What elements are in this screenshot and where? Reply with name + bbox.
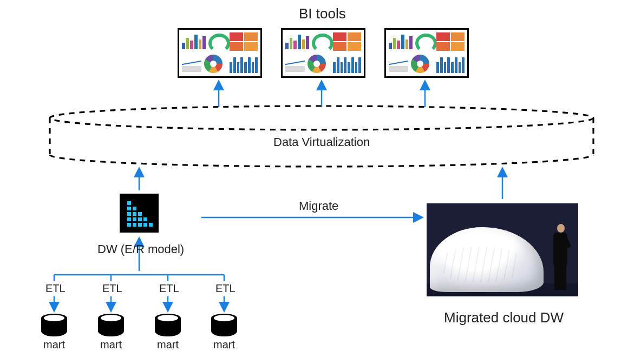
mart-label-2: mart [95, 339, 127, 351]
migrate-label: Migrate [299, 199, 338, 213]
dw-icon [120, 194, 159, 233]
mart-label-1: mart [38, 339, 70, 351]
diagram-stage: BI tools [0, 0, 641, 364]
data-mart-icon-2 [98, 314, 124, 336]
svg-rect-11 [138, 217, 142, 221]
svg-rect-5 [133, 207, 136, 210]
svg-rect-8 [138, 212, 142, 216]
person-silhouette-icon [548, 217, 573, 292]
dw-model-label: DW (E/R model) [97, 242, 184, 256]
svg-rect-14 [133, 223, 136, 227]
mart-label-4: mart [208, 339, 240, 351]
etl-label-3: ETL [159, 282, 179, 295]
svg-rect-3 [127, 201, 131, 205]
svg-rect-10 [133, 217, 136, 221]
mart-label-3: mart [152, 339, 184, 351]
car-under-sheet-icon [430, 227, 544, 292]
svg-rect-9 [127, 217, 131, 221]
svg-rect-6 [127, 212, 131, 216]
svg-rect-4 [127, 207, 131, 210]
svg-rect-7 [133, 212, 136, 216]
svg-rect-16 [143, 223, 147, 227]
covered-car-photo [427, 203, 578, 296]
etl-label-2: ETL [102, 282, 122, 295]
etl-label-1: ETL [45, 282, 66, 295]
svg-rect-17 [149, 223, 153, 227]
data-mart-icon-1 [41, 314, 67, 336]
migrated-cloud-dw-label: Migrated cloud DW [444, 309, 564, 326]
svg-rect-12 [143, 217, 147, 221]
data-virtualization-label: Data Virtualization [273, 135, 370, 149]
data-mart-icon-3 [155, 314, 181, 336]
svg-point-0 [50, 106, 593, 130]
etl-label-4: ETL [215, 282, 236, 295]
data-mart-icon-4 [211, 314, 237, 336]
svg-rect-15 [138, 223, 142, 227]
svg-rect-13 [127, 223, 131, 227]
